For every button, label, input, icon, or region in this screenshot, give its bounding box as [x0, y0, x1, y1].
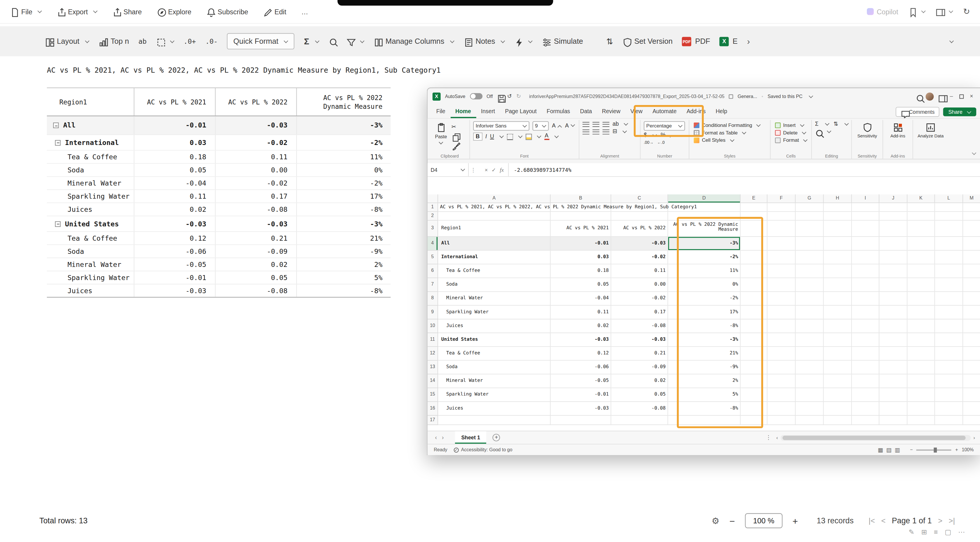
value-cell[interactable]: 0.05 [134, 164, 216, 176]
cell-A9[interactable]: Sparkling Water [438, 306, 550, 319]
sheet-options-icon[interactable]: ⋮ [766, 434, 771, 440]
cell-J4[interactable] [880, 237, 907, 250]
value-cell[interactable]: 5% [297, 271, 391, 284]
cell-K17[interactable] [907, 416, 935, 425]
cell-G3[interactable] [795, 220, 824, 237]
value-cell[interactable]: -0.03 [134, 216, 216, 231]
cell-A14[interactable]: Mineral Water [438, 375, 550, 388]
toolbar-collapse-button[interactable] [948, 39, 954, 43]
font-color-button[interactable]: A [544, 133, 549, 140]
set-version-button[interactable]: Set Version [622, 37, 673, 46]
menu-file[interactable]: File [10, 8, 42, 16]
manage-columns-button[interactable]: Manage Columns [374, 37, 454, 46]
cell-I16[interactable] [852, 402, 880, 416]
cell-M9[interactable] [963, 306, 980, 319]
ribbon-tab-help[interactable]: Help [711, 105, 732, 118]
cell-F3[interactable] [767, 220, 795, 237]
cell-E12[interactable] [741, 347, 767, 360]
row-header-17[interactable]: 17 [428, 416, 438, 425]
first-page-icon[interactable]: |< [869, 516, 875, 525]
row-header-12[interactable]: 12 [428, 347, 438, 360]
cell-A4[interactable]: All [438, 237, 550, 250]
cell-K15[interactable] [907, 388, 935, 402]
cell-H5[interactable] [824, 250, 852, 264]
column-header-G[interactable]: G [795, 194, 824, 203]
row-label-cell[interactable]: United States [47, 216, 134, 231]
cell-D5[interactable]: -2% [668, 250, 741, 264]
value-cell[interactable]: 0% [297, 164, 391, 176]
insert-function-icon[interactable]: fx [500, 167, 504, 173]
column-header-C[interactable]: C [611, 194, 668, 203]
cell-E5[interactable] [741, 250, 767, 264]
selection-button[interactable] [156, 37, 174, 45]
menu-edit[interactable]: Edit [263, 8, 286, 16]
cell-F13[interactable] [767, 360, 795, 374]
row-label-cell[interactable]: Tea & Coffee [47, 150, 134, 163]
cell-J10[interactable] [880, 319, 907, 333]
cell-M2[interactable] [963, 212, 980, 220]
menu-share[interactable]: Share [112, 8, 142, 16]
list-icon[interactable]: ≡ [934, 528, 938, 536]
cell-K12[interactable] [907, 347, 935, 360]
cell-E2[interactable] [741, 212, 767, 220]
cell-E8[interactable] [741, 292, 767, 306]
cell-D13[interactable]: -9% [668, 360, 741, 374]
align-bottom-icon[interactable] [603, 122, 609, 127]
cell-C13[interactable]: -0.09 [611, 360, 668, 374]
cell-H13[interactable] [824, 360, 852, 374]
row-header-2[interactable]: 2 [428, 212, 438, 220]
menu-subscribe[interactable]: Subscribe [207, 8, 248, 16]
cell-E10[interactable] [741, 319, 767, 333]
cell-F1[interactable] [767, 203, 795, 212]
cell-M3[interactable] [963, 220, 980, 237]
cell-D12[interactable]: 21% [668, 347, 741, 360]
more-options-icon[interactable]: ⋯ [958, 528, 965, 536]
cell-J15[interactable] [880, 388, 907, 402]
collapse-toggle-icon[interactable] [55, 140, 60, 145]
row-header-3[interactable]: 3 [428, 220, 438, 237]
cell-D7[interactable]: 0% [668, 278, 741, 292]
cell-M13[interactable] [963, 360, 980, 374]
collapse-ribbon-button[interactable] [970, 150, 976, 157]
table-row[interactable]: Juices0.02-0.08-8% [47, 203, 391, 216]
cell-C3[interactable]: AC vs PL % 2022 [611, 220, 668, 237]
cell-F14[interactable] [767, 375, 795, 388]
cell-E16[interactable] [741, 402, 767, 416]
row-label-cell[interactable]: Mineral Water [47, 258, 134, 271]
cell-E15[interactable] [741, 388, 767, 402]
ribbon-tab-formulas[interactable]: Formulas [542, 105, 575, 118]
value-cell[interactable]: -0.06 [134, 245, 216, 258]
cell-G12[interactable] [795, 347, 824, 360]
cell-E6[interactable] [741, 264, 767, 278]
value-cell[interactable]: 0.12 [134, 232, 216, 244]
zoom-slider[interactable] [916, 449, 951, 450]
cell-J14[interactable] [880, 375, 907, 388]
cell-D14[interactable]: 2% [668, 375, 741, 388]
cell-C5[interactable]: -0.02 [611, 250, 668, 264]
value-cell[interactable]: -0.08 [216, 284, 297, 297]
cell-I4[interactable] [852, 237, 880, 250]
ribbon-tab-automate[interactable]: Automate [648, 105, 682, 118]
cell-H9[interactable] [824, 306, 852, 319]
cell-J11[interactable] [880, 333, 907, 347]
cell-C2[interactable] [611, 212, 668, 220]
cell-F11[interactable] [767, 333, 795, 347]
cell-A16[interactable]: Juices [438, 402, 550, 416]
cell-D11[interactable]: -3% [668, 333, 741, 347]
cell-I6[interactable] [852, 264, 880, 278]
cell-I3[interactable] [852, 220, 880, 237]
redo-icon[interactable]: ↻ [516, 93, 521, 99]
cell-L10[interactable] [935, 319, 963, 333]
undo-icon[interactable]: ↺ [507, 93, 512, 99]
row-header-15[interactable]: 15 [428, 388, 438, 402]
cell-F4[interactable] [767, 237, 795, 250]
cell-B15[interactable]: -0.01 [550, 388, 611, 402]
cell-A10[interactable]: Juices [438, 319, 550, 333]
cell-J7[interactable] [880, 278, 907, 292]
refresh-icon[interactable]: ↻ [963, 7, 970, 16]
cell-H4[interactable] [824, 237, 852, 250]
decrease-decimal-button[interactable]: .0- [205, 37, 218, 45]
column-header-F[interactable]: F [767, 194, 795, 203]
value-cell[interactable]: 0.11 [216, 150, 297, 163]
horizontal-scrollbar[interactable] [781, 435, 971, 440]
